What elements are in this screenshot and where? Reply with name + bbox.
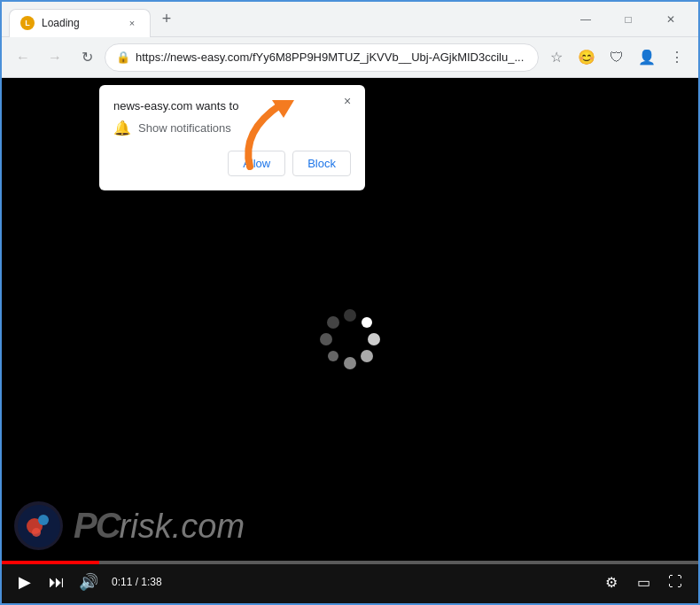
emoji-icon[interactable]: 😊 <box>572 43 601 72</box>
back-button[interactable]: ← <box>9 43 37 72</box>
popup-buttons: Allow Block <box>113 151 351 176</box>
progress-bar-container[interactable] <box>2 561 698 564</box>
tab-strip: L Loading × + <box>9 2 565 36</box>
menu-icon[interactable]: ⋮ <box>663 43 691 72</box>
reload-button[interactable]: ↻ <box>73 43 101 72</box>
forward-button[interactable]: → <box>41 43 69 72</box>
svg-point-13 <box>32 528 41 537</box>
miniplayer-button[interactable]: ▭ <box>631 570 656 594</box>
tab-title: Loading <box>42 17 118 29</box>
popup-notification-row: 🔔 Show notifications <box>113 120 351 136</box>
block-button[interactable]: Block <box>292 151 351 176</box>
close-button[interactable]: ✕ <box>650 6 691 33</box>
pcrisk-pc: PC <box>74 506 120 546</box>
lock-icon: 🔒 <box>116 50 130 64</box>
svg-point-8 <box>368 333 380 345</box>
svg-point-7 <box>361 350 373 362</box>
volume-button[interactable]: 🔊 <box>76 570 101 594</box>
tab-close-button[interactable]: × <box>125 16 139 30</box>
profile-icon[interactable]: 👤 <box>633 43 661 72</box>
svg-point-5 <box>328 351 338 361</box>
window-controls: — □ ✕ <box>565 6 691 33</box>
new-tab-button[interactable]: + <box>154 7 179 32</box>
next-button[interactable]: ⏭ <box>44 570 69 594</box>
popup-notification-text: Show notifications <box>138 121 231 135</box>
page-content: × news-easy.com wants to 🔔 Show notifica… <box>2 78 698 603</box>
shield-icon[interactable]: 🛡 <box>603 43 631 72</box>
progress-bar-fill <box>2 561 99 564</box>
svg-point-3 <box>327 316 339 329</box>
svg-point-12 <box>38 515 49 525</box>
popup-title: news-easy.com wants to <box>113 99 351 112</box>
bookmark-icon[interactable]: ☆ <box>542 43 571 72</box>
pcrisk-logo-icon <box>14 501 63 550</box>
loading-spinner <box>319 308 381 374</box>
svg-point-2 <box>344 309 356 322</box>
settings-button[interactable]: ⚙ <box>599 570 624 594</box>
url-text: https://news-easy.com/fYy6M8PP9H9MTUZ_jK… <box>136 50 527 64</box>
watermark: PC risk .com <box>14 501 245 550</box>
notification-popup: × news-easy.com wants to 🔔 Show notifica… <box>99 85 365 190</box>
play-button[interactable]: ▶ <box>12 570 37 594</box>
allow-button[interactable]: Allow <box>228 151 285 176</box>
video-controls: ▶ ⏭ 🔊 0:11 / 1:38 ⚙ ▭ ⛶ <box>2 561 698 603</box>
svg-point-6 <box>344 357 356 369</box>
svg-point-4 <box>320 333 332 345</box>
svg-point-9 <box>362 317 372 328</box>
title-bar: L Loading × + — □ ✕ <box>2 2 698 37</box>
pcrisk-risk: risk <box>120 508 172 546</box>
maximize-button[interactable]: □ <box>608 6 649 33</box>
url-bar[interactable]: 🔒 https://news-easy.com/fYy6M8PP9H9MTUZ_… <box>105 43 539 72</box>
active-tab[interactable]: L Loading × <box>9 9 151 37</box>
minimize-button[interactable]: — <box>565 6 606 33</box>
browser-window: L Loading × + — □ ✕ ← → ↻ 🔒 https://news… <box>0 0 700 605</box>
popup-close-button[interactable]: × <box>338 92 356 110</box>
tab-favicon: L <box>20 16 35 30</box>
pcrisk-brand: PC risk .com <box>74 506 245 546</box>
fullscreen-button[interactable]: ⛶ <box>663 570 688 594</box>
time-display: 0:11 / 1:38 <box>112 576 162 588</box>
address-bar: ← → ↻ 🔒 https://news-easy.com/fYy6M8PP9H… <box>2 37 698 78</box>
pcrisk-domain: .com <box>172 508 245 546</box>
toolbar-icons: ☆ 😊 🛡 👤 ⋮ <box>542 43 691 72</box>
bell-icon: 🔔 <box>113 120 131 136</box>
